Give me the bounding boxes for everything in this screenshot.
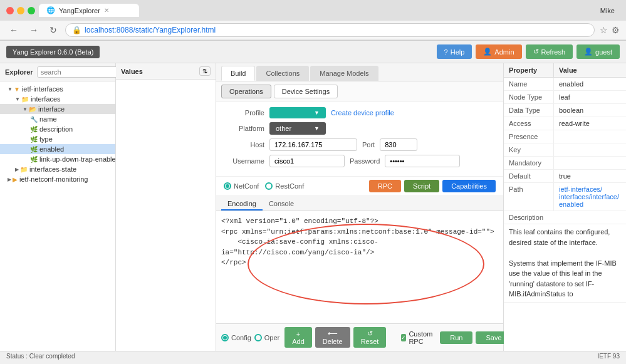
help-button[interactable]: ? Help [437,44,472,59]
prop-key-default: Default [504,170,554,182]
tree-item-type[interactable]: 🌿 type [0,134,115,144]
tree-item-label: enabled [39,145,64,153]
refresh-button[interactable]: ↺ Refresh [526,44,573,59]
expand-icon: ▼ [15,96,20,102]
extensions-icon[interactable]: ⚙ [612,25,620,35]
script-button[interactable]: Script [404,180,439,192]
prop-key-path: Path [504,183,554,211]
tree-item-interface[interactable]: ▼ 📂 interface [0,104,115,114]
ops-btn-device-settings[interactable]: Device Settings [274,85,338,98]
username-label: Username [224,157,264,165]
tree-item-label: type [39,135,53,143]
property-header: Property Value [504,63,626,78]
platform-row: Platform other ▼ [224,122,496,135]
tree-item-interfaces[interactable]: ▼ 📁 interfaces [0,94,115,104]
tree-item-name[interactable]: 🔧 name [0,114,115,124]
url-lock-icon: 🔒 [72,26,81,34]
tree-item-label: ietf-netconf-monitoring [19,175,88,183]
maximize-button[interactable] [28,7,35,14]
app-title-button[interactable]: Yang Explorer 0.6.0 (Beta) [6,46,100,58]
app-toolbar: Yang Explorer 0.6.0 (Beta) ? Help 👤 Admi… [0,41,626,63]
wrench-icon: 🔧 [30,116,38,123]
custom-rpc-checkbox[interactable]: ✓ [401,334,406,341]
tab-icon: 🌐 [46,6,55,14]
host-input[interactable] [269,138,357,151]
config-radio-label[interactable]: Config [221,334,251,341]
prop-row-path: Path ietf-interfaces/ interfaces/interfa… [504,183,626,211]
expand-icon: ▶ [15,167,19,172]
chevron-down-icon: ▼ [314,125,320,132]
toolbar-right: ? Help 👤 Admin ↺ Refresh 👤 guest [437,44,620,59]
leaf-icon: 🌿 [30,126,38,133]
tab-manage-models[interactable]: Manage Models [310,66,378,81]
code-area[interactable]: <?xml version="1.0" encoding="utf-8"?> <… [216,211,503,323]
tab-close-icon[interactable]: ✕ [104,7,109,14]
prop-val-data-type: boolean [554,104,588,117]
oper-radio-label[interactable]: Oper [254,334,279,341]
netconf-radio-button[interactable] [224,182,231,190]
password-input[interactable] [385,155,460,167]
code-line-2: <rpc xmlns="urn:ietf:params:xmlns:netcon… [221,227,498,237]
prop-row-access: Access read-write [504,117,626,130]
custom-rpc-checkbox-label[interactable]: ✓ Custom RPC [401,330,435,345]
profile-select[interactable]: ▼ [269,107,326,118]
reset-icon: ↺ [367,330,373,337]
restconf-radio-button[interactable] [265,182,273,190]
minimize-button[interactable] [17,7,24,14]
username-input[interactable] [269,155,345,167]
back-button[interactable]: ← [6,24,21,36]
add-button[interactable]: + Add [284,327,312,348]
prop-key-data-type: Data Type [504,104,554,117]
delete-button[interactable]: ⟵ Delete [315,327,350,348]
profile-row: Profile ▼ Create device profile [224,107,496,118]
prop-val-name: enabled [554,78,588,90]
close-button[interactable] [6,7,14,14]
tree-item-label: ietf-interfaces [22,85,63,93]
browser-tab[interactable]: 🌐 YangExplorer ✕ [39,4,139,17]
admin-button[interactable]: 👤 Admin [476,44,521,59]
url-bar[interactable]: 🔒 localhost:8088/static/YangExplorer.htm… [65,23,595,37]
forward-button[interactable]: → [26,24,41,36]
netconf-radio-label[interactable]: NetConf [224,182,259,190]
config-radio-button[interactable] [221,334,229,341]
folder-icon: 📁 [21,96,29,103]
prop-val-description: This leaf contains the configured, desir… [504,224,626,302]
bookmark-icon[interactable]: ☆ [600,25,608,35]
tree-item-ietf-netconf[interactable]: ▶ ▶ ietf-netconf-monitoring [0,174,115,184]
tree-item-interfaces-state[interactable]: ▶ 📁 interfaces-state [0,164,115,174]
port-label: Port [362,141,375,148]
guest-button[interactable]: 👤 guest [576,44,620,59]
nav-right: ☆ ⚙ [600,25,620,35]
tree-item-ietf-interfaces[interactable]: ▼ ▼ ietf-interfaces [0,84,115,94]
profile-label: Profile [224,109,264,117]
explorer-header: Explorer [0,63,115,81]
reset-button[interactable]: ↺ Reset [353,327,387,348]
tab-build[interactable]: Build [221,66,255,81]
run-button[interactable]: Run [440,331,472,344]
tree-item-label: interfaces-state [29,165,76,173]
leaf-icon: 🌿 [30,136,38,143]
leaf-icon: 🌿 [30,156,38,163]
property-col-header: Property [504,63,554,77]
prop-key-description: Description [504,211,626,224]
restconf-radio-label[interactable]: RestConf [265,182,304,190]
tree-item-link-up-down[interactable]: 🌿 link-up-down-trap-enable [0,154,115,164]
reload-button[interactable]: ↻ [46,24,60,36]
refresh-icon: ↺ [533,48,539,56]
encoding-tab-encoding[interactable]: Encoding [221,198,263,211]
capabilities-button[interactable]: Capabilities [442,180,496,192]
create-profile-link[interactable]: Create device profile [331,109,394,117]
chevron-down-icon: ▼ [314,110,320,116]
platform-select[interactable]: other ▼ [269,122,326,135]
port-input[interactable] [380,138,417,151]
encoding-tab-console[interactable]: Console [263,198,300,211]
tree-item-description[interactable]: 🌿 description [0,124,115,134]
sort-button[interactable]: ⇅ [199,66,211,76]
prop-row-presence: Presence [504,130,626,143]
tab-collections[interactable]: Collections [256,66,309,81]
tree-item-enabled[interactable]: 🌿 enabled [0,144,115,154]
folder-icon: ▶ [13,176,18,183]
ops-btn-operations[interactable]: Operations [221,85,271,98]
oper-radio-button[interactable] [254,334,262,341]
rpc-button[interactable]: RPC [369,180,401,192]
